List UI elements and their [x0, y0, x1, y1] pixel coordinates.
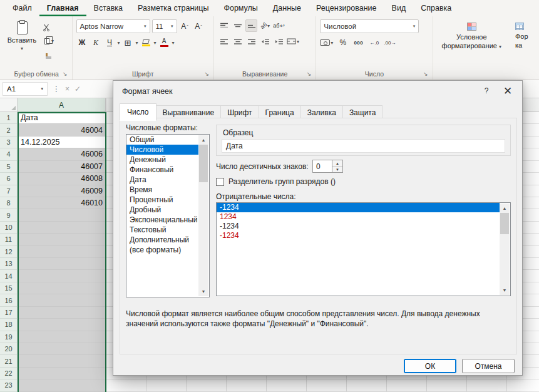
orientation-button[interactable]: аб▾ — [259, 19, 271, 32]
negative-format-item[interactable]: -1234 — [217, 222, 500, 231]
decimals-input[interactable]: 0 — [312, 160, 332, 173]
paste-button[interactable]: Вставить ▾ — [5, 19, 39, 68]
fill-color-button[interactable] — [140, 36, 152, 49]
cell-column-a[interactable] — [18, 343, 106, 355]
row-header[interactable]: 17 — [0, 307, 18, 319]
row-header[interactable]: 22 — [0, 368, 18, 379]
category-item[interactable]: Денежный — [126, 155, 198, 165]
category-item[interactable]: Дополнительный — [126, 235, 198, 245]
cell-column-a[interactable] — [18, 331, 106, 343]
help-icon[interactable]: ? — [476, 82, 497, 100]
row-header[interactable]: 1 — [0, 112, 18, 124]
row-header[interactable]: 7 — [0, 185, 18, 197]
ribbon-tab[interactable]: Вид — [384, 0, 414, 16]
row-header[interactable]: 23 — [0, 379, 18, 391]
increase-font-size-button[interactable]: Аˆ — [179, 20, 191, 33]
decrease-font-size-button[interactable]: Аˇ — [193, 20, 205, 33]
negative-format-item[interactable]: -1234 — [217, 231, 500, 240]
row-header[interactable]: 15 — [0, 282, 18, 294]
close-icon[interactable]: ✕ — [497, 82, 518, 100]
thousands-separator-checkbox[interactable] — [216, 178, 224, 186]
scroll-down-icon[interactable]: ▼ — [500, 286, 510, 295]
font-dialog-launcher-icon[interactable]: ↘ — [204, 71, 209, 77]
cell-column-a[interactable]: 46006 — [18, 148, 106, 160]
ribbon-tab[interactable]: Формулы — [216, 0, 265, 16]
increase-indent-button[interactable] — [273, 35, 285, 48]
scroll-up-icon[interactable]: ▲ — [500, 204, 510, 213]
ribbon-tab[interactable]: Файл — [5, 0, 39, 16]
ribbon-tab[interactable]: Разметка страницы — [130, 0, 216, 16]
cell-column-a[interactable] — [18, 307, 106, 319]
scroll-down-icon[interactable]: ▼ — [198, 287, 208, 296]
percent-style-button[interactable]: % — [337, 36, 349, 49]
row-header[interactable]: 16 — [0, 294, 18, 306]
row-header[interactable]: 18 — [0, 319, 18, 331]
row-header[interactable]: 14 — [0, 270, 18, 282]
category-item[interactable]: Дата — [126, 175, 198, 185]
align-right-button[interactable] — [245, 35, 257, 48]
cancel-entry-icon[interactable]: × — [65, 85, 69, 93]
cell-column-a[interactable]: 46007 — [18, 161, 106, 173]
cell-column-a[interactable]: 46004 — [18, 124, 106, 136]
cell-column-a[interactable] — [18, 379, 106, 391]
row-header[interactable]: 21 — [0, 355, 18, 367]
ribbon-tab[interactable]: Данные — [265, 0, 309, 16]
cell-column-a[interactable]: 46008 — [18, 173, 106, 185]
format-painter-button[interactable] — [43, 49, 54, 60]
format-as-table-button[interactable]: Фор ка — [510, 19, 534, 68]
negative-format-item[interactable]: 1234 — [217, 212, 500, 222]
number-dialog-launcher-icon[interactable]: ↘ — [423, 71, 428, 77]
negative-format-item[interactable]: -1234 — [217, 203, 500, 212]
alignment-dialog-launcher-icon[interactable]: ↘ — [307, 71, 312, 77]
category-item[interactable]: Текстовый — [126, 225, 198, 235]
cell-column-a[interactable]: 46009 — [18, 185, 106, 197]
cell-column-a[interactable] — [18, 282, 106, 294]
negatives-list-scrollbar[interactable]: ▲ ▼ — [500, 204, 510, 295]
accounting-format-button[interactable]: ▾ — [320, 36, 333, 49]
number-format-combo[interactable]: Числовой▾ — [320, 19, 419, 33]
cell-column-a[interactable] — [18, 355, 106, 367]
clipboard-dialog-launcher-icon[interactable]: ↘ — [63, 71, 68, 77]
category-item[interactable]: Экспоненциальный — [126, 215, 198, 225]
cell-column-a[interactable] — [18, 222, 106, 234]
cut-button[interactable] — [43, 22, 54, 33]
ribbon-tab[interactable]: Главная — [39, 0, 86, 16]
cancel-button[interactable]: Отмена — [462, 359, 515, 373]
category-item[interactable]: Процентный — [126, 195, 198, 205]
chevron-down-icon[interactable]: ▾ — [154, 40, 157, 46]
ribbon-tab[interactable]: Рецензирование — [309, 0, 384, 16]
category-item[interactable]: Общий — [126, 135, 198, 145]
cell-column-a[interactable] — [18, 234, 106, 245]
chevron-down-icon[interactable]: ▾ — [172, 40, 175, 46]
row-header[interactable]: 20 — [0, 343, 18, 355]
cell-column-a[interactable]: Дата — [18, 112, 106, 124]
align-middle-button[interactable] — [232, 19, 244, 32]
cell-column-a[interactable] — [18, 246, 106, 258]
copy-button[interactable]: ▾ — [43, 36, 54, 46]
cell-column-a[interactable] — [18, 319, 106, 331]
ribbon-tab[interactable]: Вставка — [86, 0, 130, 16]
merge-center-button[interactable]: ▾ — [287, 35, 299, 48]
italic-button[interactable]: К — [90, 36, 102, 49]
row-header[interactable]: 4 — [0, 148, 18, 160]
chevron-down-icon[interactable]: ▾ — [118, 40, 120, 46]
enter-entry-icon[interactable]: ✓ — [74, 85, 81, 93]
category-item[interactable]: (все форматы) — [126, 245, 198, 255]
category-item[interactable]: Время — [126, 185, 198, 195]
row-header[interactable]: 10 — [0, 222, 18, 234]
scrollbar-thumb[interactable] — [199, 145, 208, 182]
row-header[interactable]: 3 — [0, 137, 18, 148]
align-bottom-button[interactable] — [245, 19, 257, 32]
scrollbar-thumb[interactable] — [500, 213, 509, 234]
cell-column-a[interactable] — [18, 209, 106, 221]
scroll-up-icon[interactable]: ▲ — [198, 135, 208, 145]
grid-area[interactable] — [106, 379, 539, 391]
row-header[interactable]: 13 — [0, 258, 18, 270]
category-item[interactable]: Дробный — [126, 205, 198, 215]
decrease-indent-button[interactable] — [259, 35, 271, 48]
cell-column-a[interactable]: 46010 — [18, 197, 106, 209]
row-header[interactable]: 6 — [0, 173, 18, 185]
conditional-formatting-button[interactable]: Условное форматирование ▾ — [437, 19, 506, 68]
comma-style-button[interactable]: 000 — [352, 36, 364, 49]
align-top-button[interactable] — [218, 19, 230, 32]
